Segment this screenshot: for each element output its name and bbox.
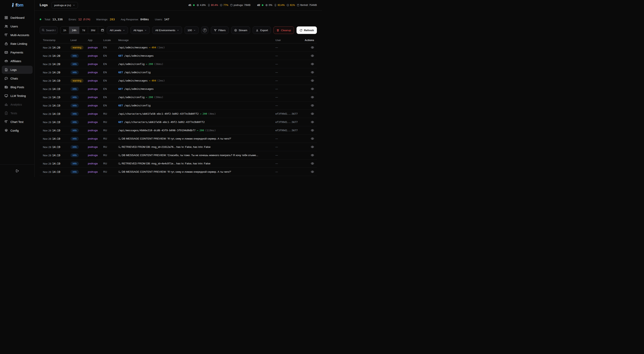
view-log-button[interactable] xyxy=(311,46,314,49)
sidebar-item-config[interactable]: Config xyxy=(2,126,32,135)
file-text-icon xyxy=(4,68,8,72)
server-stats: d14.8%80.4%77%podruga: 79MBd20%63.4%61%f… xyxy=(188,4,317,6)
log-locale: EN xyxy=(100,62,115,65)
view-log-button[interactable] xyxy=(311,104,314,107)
sidebar-item-logs[interactable]: Logs xyxy=(2,66,32,74)
log-level: info xyxy=(67,162,85,166)
brand-logo: fbm xyxy=(0,0,34,10)
eye-icon xyxy=(311,71,314,74)
log-locale: EN xyxy=(100,96,115,99)
sidebar-item-chats[interactable]: Chats xyxy=(2,74,32,82)
memory-metric: 80.4% xyxy=(208,4,218,6)
log-message: /api/admin/config→200(36ms) xyxy=(115,62,272,65)
sidebar-item-payments[interactable]: Payments xyxy=(2,48,32,56)
calendar-button[interactable] xyxy=(98,27,104,34)
database-icon xyxy=(297,4,300,6)
log-timestamp: Nov 2814:19 xyxy=(40,104,67,107)
log-message: GET/api/admin/messages xyxy=(115,54,272,57)
log-message: RETRIEVED FROM DB: msg_id=4e4c971e... ha… xyxy=(115,162,272,165)
log-locale: RU xyxy=(100,145,115,148)
log-actions xyxy=(311,54,317,57)
log-actions xyxy=(311,145,317,149)
table-row: Nov 2814:19infopodrugaRUDB MESSAGE CONTE… xyxy=(40,135,317,143)
help-button[interactable]: ? xyxy=(201,26,208,34)
view-log-button[interactable] xyxy=(311,120,314,124)
view-log-button[interactable] xyxy=(311,62,314,66)
trash-icon xyxy=(276,29,279,32)
project-selector[interactable]: podruga.ai (ru) xyxy=(51,2,78,8)
sidebar-item-dashboard[interactable]: Dashboard xyxy=(2,13,32,22)
range-24h-button[interactable]: 24h xyxy=(69,27,79,34)
log-timestamp: Nov 2814:20 xyxy=(40,71,67,74)
log-level: info xyxy=(67,70,85,74)
view-log-button[interactable] xyxy=(311,129,314,132)
view-log-button[interactable] xyxy=(311,162,314,165)
export-button[interactable]: Export xyxy=(253,26,271,34)
log-locale: RU xyxy=(100,170,115,173)
cleanup-button[interactable]: Cleanup xyxy=(274,26,294,34)
log-app: podruga xyxy=(85,96,100,99)
sidebar-item-affiliates[interactable]: Affiliates xyxy=(2,57,32,65)
range-1h-button[interactable]: 1h xyxy=(60,27,69,34)
view-log-button[interactable] xyxy=(311,71,314,74)
level-filter-select[interactable]: All Levels xyxy=(107,26,128,34)
log-user: — xyxy=(272,79,306,82)
eye-icon xyxy=(311,54,314,57)
table-row: Nov 2814:19infopodrugaEN/api/admin/confi… xyxy=(40,93,317,101)
view-log-button[interactable] xyxy=(311,170,314,173)
range-30d-button[interactable]: 30d xyxy=(88,27,98,34)
log-user: — xyxy=(272,104,306,107)
log-locale: RU xyxy=(100,162,115,165)
sidebar-item-rate-limiting[interactable]: Rate Limiting xyxy=(2,40,32,48)
log-app: podruga xyxy=(85,137,100,140)
column-header-app: App xyxy=(85,39,100,42)
log-locale: EN xyxy=(100,87,115,90)
help-icon: ? xyxy=(203,28,207,32)
sidebar-item-llm-testing[interactable]: LLM Testing xyxy=(2,92,32,100)
log-timestamp: Nov 2814:19 xyxy=(40,121,67,124)
stat-total: Total:13,336 xyxy=(44,18,63,21)
env-filter-select[interactable]: All Environments xyxy=(152,26,182,34)
logout-button[interactable] xyxy=(15,169,19,173)
chevron-down-icon xyxy=(144,29,147,31)
sidebar-item-chart-test[interactable]: Chart Test xyxy=(2,118,32,126)
cpu-icon xyxy=(196,4,199,6)
limit-select[interactable]: 100 xyxy=(184,26,199,34)
log-user: — xyxy=(272,54,306,57)
view-log-button[interactable] xyxy=(311,137,314,140)
log-timestamp: Nov 2814:19 xyxy=(40,129,67,132)
sidebar-item-multi-accounts[interactable]: Multi-Accounts xyxy=(2,31,32,39)
view-log-button[interactable] xyxy=(311,145,314,149)
filters-button[interactable]: Filters xyxy=(211,26,228,34)
app-filter-select[interactable]: All Apps xyxy=(130,26,150,34)
eye-icon xyxy=(311,62,314,66)
project-selector-value: podruga.ai (ru) xyxy=(54,4,71,7)
log-level: info xyxy=(67,128,85,132)
eye-icon xyxy=(311,104,314,107)
log-level: info xyxy=(67,104,85,107)
stream-button[interactable]: Stream xyxy=(231,26,250,34)
log-level: warning xyxy=(67,45,85,49)
view-log-button[interactable] xyxy=(311,95,314,99)
app-root: fbm Dashboard Users Multi-Accounts Rate … xyxy=(0,0,322,177)
sidebar-item-users[interactable]: Users xyxy=(2,22,32,30)
view-log-button[interactable] xyxy=(311,87,314,91)
log-level: info xyxy=(67,62,85,66)
table-header: Timestamp Level App Locale Message User … xyxy=(40,37,317,43)
stat-warnings: Warnings:283 xyxy=(96,18,115,21)
eye-icon xyxy=(311,120,314,124)
view-log-button[interactable] xyxy=(311,79,314,82)
log-user: — xyxy=(272,162,306,165)
sidebar-item-label: Analytics xyxy=(10,103,22,106)
refresh-button[interactable]: Refresh xyxy=(296,26,317,34)
log-app: podruga xyxy=(85,112,100,115)
log-actions xyxy=(311,104,317,107)
lock-icon xyxy=(4,42,8,45)
range-7d-button[interactable]: 7d xyxy=(79,27,88,34)
view-log-button[interactable] xyxy=(311,112,314,115)
sidebar-item-blog-posts[interactable]: Blog Posts xyxy=(2,83,32,91)
view-log-button[interactable] xyxy=(311,54,314,57)
eye-icon xyxy=(311,87,314,91)
column-header-actions: Actions xyxy=(302,39,317,42)
view-log-button[interactable] xyxy=(311,154,314,157)
